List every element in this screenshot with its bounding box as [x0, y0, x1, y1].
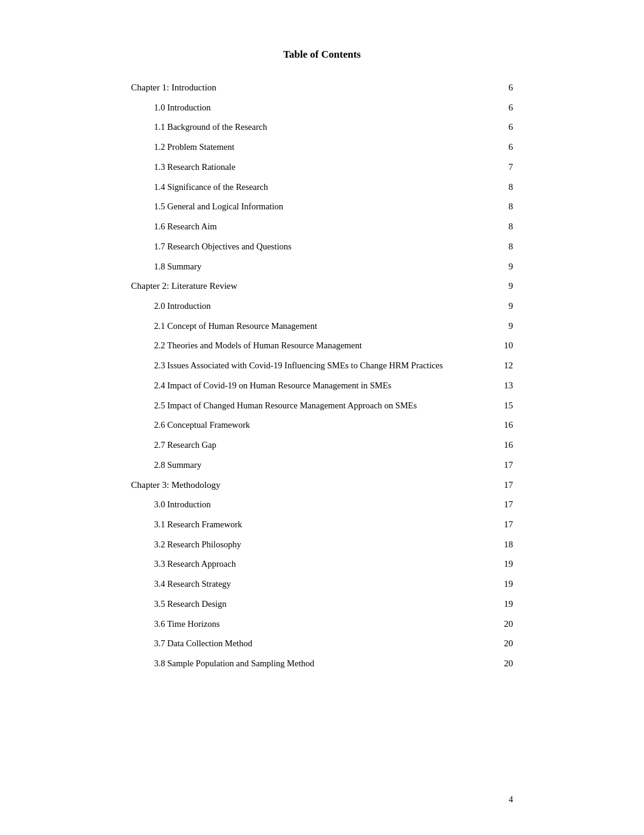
toc-row: 1.6 Research Aim8: [131, 217, 513, 237]
section-label: 3.5 Research Design: [131, 599, 227, 609]
section-label: 2.5 Impact of Changed Human Resource Man…: [131, 401, 417, 410]
toc-row: 1.4 Significance of the Research8: [131, 177, 513, 197]
toc-row: 2.6 Conceptual Framework16: [131, 415, 513, 435]
section-label: 1.0 Introduction: [131, 103, 210, 112]
toc-page-number: 16: [475, 435, 513, 455]
section-label: 3.4 Research Strategy: [131, 579, 231, 589]
toc-row: 1.8 Summary9: [131, 257, 513, 277]
section-label: 3.0 Introduction: [131, 499, 210, 509]
toc-row: 1.0 Introduction6: [131, 98, 513, 118]
section-label: 1.7 Research Objectives and Questions: [131, 242, 292, 251]
toc-page-number: 8: [475, 177, 513, 197]
section-label: 1.1 Background of the Research: [131, 122, 267, 132]
page: Table of Contents Chapter 1: Introductio…: [95, 0, 549, 835]
toc-row: 1.3 Research Rationale7: [131, 157, 513, 177]
toc-row: 3.0 Introduction17: [131, 495, 513, 515]
toc-page-number: 13: [475, 376, 513, 396]
section-label: 3.2 Research Philosophy: [131, 539, 241, 549]
toc-page-number: 9: [475, 257, 513, 277]
section-label: 3.3 Research Approach: [131, 559, 236, 569]
toc-row: 1.2 Problem Statement6: [131, 137, 513, 157]
toc-page-number: 9: [475, 316, 513, 336]
toc-page-number: 20: [475, 634, 513, 654]
section-label: 1.6 Research Aim: [131, 221, 217, 231]
toc-row: 3.4 Research Strategy19: [131, 574, 513, 594]
toc-page-number: 20: [475, 654, 513, 674]
toc-page-number: 17: [475, 455, 513, 475]
toc-page-number: 20: [475, 614, 513, 634]
section-label: 1.5 General and Logical Information: [131, 201, 283, 211]
toc-row: 3.5 Research Design19: [131, 594, 513, 614]
section-label: 1.8 Summary: [131, 262, 201, 271]
toc-row: 1.7 Research Objectives and Questions8: [131, 237, 513, 257]
chapter-label: Chapter 2: Literature Review: [131, 281, 237, 291]
section-label: 1.3 Research Rationale: [131, 162, 235, 172]
toc-page-number: 17: [475, 495, 513, 515]
toc-page-number: 7: [475, 157, 513, 177]
toc-row: 3.6 Time Horizons20: [131, 614, 513, 634]
section-label: 1.2 Problem Statement: [131, 142, 235, 152]
toc-page-number: 6: [475, 117, 513, 137]
toc-row: Chapter 2: Literature Review9: [131, 276, 513, 296]
toc-page-number: 6: [475, 98, 513, 118]
section-label: 2.1 Concept of Human Resource Management: [131, 321, 317, 331]
section-label: 2.8 Summary: [131, 460, 201, 470]
section-label: 3.8 Sample Population and Sampling Metho…: [131, 658, 314, 668]
toc-page-number: 15: [475, 396, 513, 416]
toc-row: 2.0 Introduction9: [131, 296, 513, 316]
toc-page-number: 12: [475, 356, 513, 376]
section-label: 2.0 Introduction: [131, 301, 210, 311]
section-label: 2.4 Impact of Covid-19 on Human Resource…: [131, 380, 391, 390]
section-label: 3.1 Research Framework: [131, 519, 242, 529]
toc-page-number: 16: [475, 415, 513, 435]
toc-table: Chapter 1: Introduction61.0 Introduction…: [131, 78, 513, 674]
section-label: 3.7 Data Collection Method: [131, 638, 252, 648]
toc-page-number: 10: [475, 336, 513, 356]
toc-row: 1.5 General and Logical Information8: [131, 197, 513, 217]
toc-row: Chapter 1: Introduction6: [131, 78, 513, 98]
toc-row: 3.2 Research Philosophy18: [131, 535, 513, 555]
toc-page-number: 19: [475, 554, 513, 574]
chapter-label: Chapter 1: Introduction: [131, 83, 216, 92]
toc-row: 2.1 Concept of Human Resource Management…: [131, 316, 513, 336]
toc-row: 1.1 Background of the Research6: [131, 117, 513, 137]
section-label: 3.6 Time Horizons: [131, 619, 220, 629]
page-footer: 4: [509, 795, 513, 805]
section-label: 2.7 Research Gap: [131, 440, 216, 450]
toc-page-number: 9: [475, 296, 513, 316]
page-title: Table of Contents: [131, 49, 513, 61]
toc-row: 2.3 Issues Associated with Covid-19 Infl…: [131, 356, 513, 376]
toc-page-number: 17: [475, 475, 513, 495]
toc-page-number: 8: [475, 197, 513, 217]
section-label: 2.3 Issues Associated with Covid-19 Infl…: [131, 360, 443, 370]
toc-row: 2.5 Impact of Changed Human Resource Man…: [131, 396, 513, 416]
section-label: 2.2 Theories and Models of Human Resourc…: [131, 340, 362, 350]
chapter-label: Chapter 3: Methodology: [131, 480, 220, 490]
toc-row: 2.7 Research Gap16: [131, 435, 513, 455]
toc-row: 2.8 Summary17: [131, 455, 513, 475]
toc-row: 3.3 Research Approach19: [131, 554, 513, 574]
toc-page-number: 6: [475, 78, 513, 98]
section-label: 1.4 Significance of the Research: [131, 182, 268, 192]
toc-row: 3.7 Data Collection Method20: [131, 634, 513, 654]
toc-row: 3.1 Research Framework17: [131, 515, 513, 535]
toc-page-number: 9: [475, 276, 513, 296]
toc-page-number: 8: [475, 237, 513, 257]
section-label: 2.6 Conceptual Framework: [131, 420, 250, 430]
toc-page-number: 17: [475, 515, 513, 535]
toc-row: 3.8 Sample Population and Sampling Metho…: [131, 654, 513, 674]
toc-page-number: 18: [475, 535, 513, 555]
toc-page-number: 8: [475, 217, 513, 237]
toc-row: 2.4 Impact of Covid-19 on Human Resource…: [131, 376, 513, 396]
toc-row: 2.2 Theories and Models of Human Resourc…: [131, 336, 513, 356]
toc-page-number: 19: [475, 594, 513, 614]
toc-page-number: 6: [475, 137, 513, 157]
toc-row: Chapter 3: Methodology17: [131, 475, 513, 495]
toc-page-number: 19: [475, 574, 513, 594]
